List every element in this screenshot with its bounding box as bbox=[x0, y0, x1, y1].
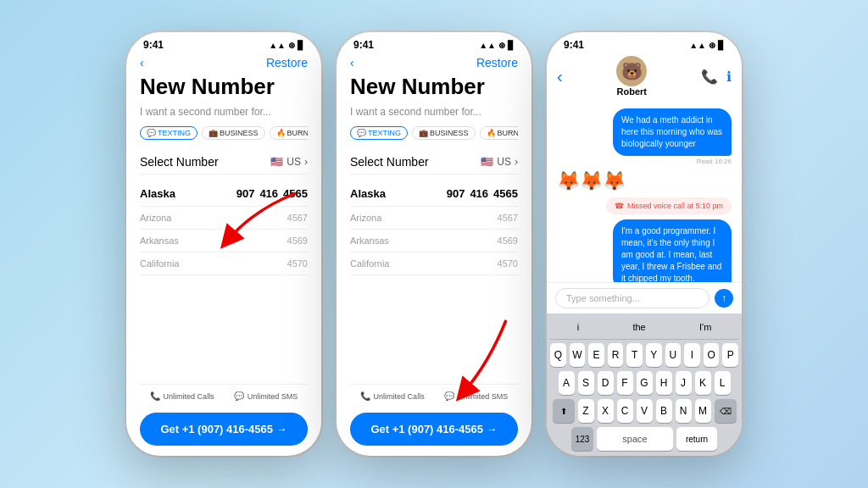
suggestion-im[interactable]: I'm bbox=[693, 320, 718, 334]
key-f[interactable]: F bbox=[617, 371, 633, 395]
chat-contact-name: Robert bbox=[617, 86, 647, 97]
select-number-label-1: Select Number bbox=[140, 155, 219, 169]
flag-icon-1: 🇺🇸 bbox=[270, 156, 283, 168]
status-time-2: 9:41 bbox=[353, 39, 374, 51]
select-region-2: 🇺🇸 US › bbox=[481, 156, 518, 168]
calls-icon-1: 📞 bbox=[150, 391, 160, 401]
feature-calls-1: 📞 Unlimited Calls bbox=[150, 391, 214, 401]
key-delete[interactable]: ⌫ bbox=[715, 399, 737, 423]
back-button-1[interactable]: ‹ bbox=[140, 56, 144, 69]
key-b[interactable]: B bbox=[656, 399, 672, 423]
status-time-1: 9:41 bbox=[143, 39, 164, 51]
key-l[interactable]: L bbox=[715, 371, 731, 395]
key-g[interactable]: G bbox=[637, 371, 653, 395]
key-z[interactable]: Z bbox=[578, 399, 594, 423]
chat-input-box[interactable]: Type something... bbox=[555, 288, 709, 308]
message-bubble-1: We had a meth addict in here this mornin… bbox=[613, 108, 732, 156]
tag-label-texting-1: TEXTING bbox=[158, 129, 191, 137]
missed-call-icon: ☎ bbox=[615, 202, 624, 210]
key-o[interactable]: O bbox=[704, 343, 720, 367]
status-bar-3: 9:41 ▲▲ ⊛ ▊ bbox=[547, 32, 742, 54]
select-number-row-1[interactable]: Select Number 🇺🇸 US › bbox=[140, 150, 308, 175]
number-row-arkansas-2[interactable]: Arkansas 4569 bbox=[350, 230, 518, 252]
suggestion-the[interactable]: the bbox=[626, 320, 652, 334]
number-row-california-1[interactable]: California 4570 bbox=[140, 252, 308, 275]
status-icons-1: ▲▲ ⊛ ▊ bbox=[269, 41, 304, 50]
key-r[interactable]: R bbox=[608, 343, 624, 367]
number-row-arkansas-1[interactable]: Arkansas 4569 bbox=[140, 230, 308, 252]
calls-label-2: Unlimited Calls bbox=[374, 392, 425, 401]
key-d[interactable]: D bbox=[598, 371, 614, 395]
key-n[interactable]: N bbox=[676, 399, 692, 423]
tag-texting-1[interactable]: 💬TEXTING bbox=[140, 126, 198, 140]
key-i[interactable]: I bbox=[684, 343, 700, 367]
key-s[interactable]: S bbox=[578, 371, 594, 395]
nav-restore-1: Restore bbox=[266, 56, 308, 69]
key-c[interactable]: C bbox=[617, 399, 633, 423]
key-y[interactable]: Y bbox=[646, 343, 662, 367]
number-row-alaska-1[interactable]: Alaska 9074164565 bbox=[140, 181, 308, 207]
state-arkansas-1: Arkansas bbox=[140, 236, 179, 246]
key-shift[interactable]: ⬆ bbox=[553, 399, 575, 423]
number-row-arizona-1[interactable]: Arizona 4567 bbox=[140, 207, 308, 230]
key-p[interactable]: P bbox=[722, 343, 738, 367]
phone-3: 9:41 ▲▲ ⊛ ▊ ‹ 🐻 Robert 📞 ℹ We had a meth… bbox=[547, 32, 742, 456]
suggestion-i[interactable]: i bbox=[570, 320, 586, 334]
chat-messages: We had a meth addict in here this mornin… bbox=[547, 103, 742, 282]
keyboard: i the I'm Q W E R T Y U I O P A S D F bbox=[547, 313, 742, 456]
key-v[interactable]: V bbox=[637, 399, 653, 423]
cta-button-2[interactable]: Get +1 (907) 416-4565 → bbox=[350, 413, 518, 446]
calls-icon-2: 📞 bbox=[360, 391, 370, 401]
key-w[interactable]: W bbox=[570, 343, 586, 367]
state-arizona-2: Arizona bbox=[350, 213, 381, 223]
key-u[interactable]: U bbox=[665, 343, 682, 367]
nums-alaska-1: 9074164565 bbox=[236, 187, 308, 200]
battery-icon-2: ▊ bbox=[508, 41, 515, 50]
number-row-california-2[interactable]: California 4570 bbox=[350, 252, 518, 275]
subtitle-1: I want a second number for... bbox=[140, 106, 308, 118]
state-california-1: California bbox=[140, 258, 179, 269]
cta-button-1[interactable]: Get +1 (907) 416-4565 → bbox=[140, 413, 308, 446]
key-j[interactable]: J bbox=[676, 371, 692, 395]
key-123[interactable]: 123 bbox=[571, 427, 593, 451]
subtitle-2: I want a second number for... bbox=[350, 106, 518, 118]
signal-icon-3: ▲▲ bbox=[689, 41, 706, 50]
tag-texting-2[interactable]: 💬TEXTING bbox=[350, 126, 408, 140]
tag-burner-2[interactable]: 🔥BURNER NUMBER bbox=[480, 126, 518, 140]
key-h[interactable]: H bbox=[656, 371, 672, 395]
tag-label-business-1: BUSINESS bbox=[220, 129, 259, 137]
key-t[interactable]: T bbox=[626, 343, 643, 367]
key-a[interactable]: A bbox=[559, 371, 575, 395]
number-row-arizona-2[interactable]: Arizona 4567 bbox=[350, 207, 518, 230]
key-x[interactable]: X bbox=[598, 399, 614, 423]
keyboard-rows: Q W E R T Y U I O P A S D F G H J K L bbox=[550, 343, 738, 451]
select-number-label-2: Select Number bbox=[350, 155, 429, 169]
number-row-alaska-2[interactable]: Alaska 9074164565 bbox=[350, 181, 518, 207]
tag-business-2[interactable]: 💼BUSINESS bbox=[412, 126, 476, 140]
flag-icon-2: 🇺🇸 bbox=[481, 156, 493, 168]
state-california-2: California bbox=[350, 258, 389, 269]
phone-call-icon[interactable]: 📞 bbox=[701, 69, 718, 85]
key-return[interactable]: return bbox=[676, 427, 717, 451]
back-button-2[interactable]: ‹ bbox=[350, 56, 354, 69]
info-icon[interactable]: ℹ bbox=[726, 69, 732, 85]
key-k[interactable]: K bbox=[695, 371, 711, 395]
tag-burner-1[interactable]: 🔥BURNER NUMBER bbox=[270, 126, 308, 140]
chat-contact-info[interactable]: 🐻 Robert bbox=[616, 56, 647, 97]
feature-calls-2: 📞 Unlimited Calls bbox=[360, 391, 425, 401]
status-icons-3: ▲▲ ⊛ ▊ bbox=[689, 41, 725, 50]
keyboard-suggestions: i the I'm bbox=[550, 317, 738, 340]
key-space[interactable]: space bbox=[597, 427, 673, 451]
key-m[interactable]: M bbox=[695, 399, 711, 423]
key-e[interactable]: E bbox=[588, 343, 604, 367]
battery-icon: ▊ bbox=[298, 41, 304, 50]
select-number-row-2[interactable]: Select Number 🇺🇸 US › bbox=[350, 150, 518, 175]
phone-1: 9:41 ▲▲ ⊛ ▊ ‹ Restore New Number I want … bbox=[126, 32, 321, 456]
tag-business-1[interactable]: 💼BUSINESS bbox=[202, 126, 265, 140]
tags-row-2: 💬TEXTING 💼BUSINESS 🔥BURNER NUMBER bbox=[350, 126, 518, 140]
features-row-2: 📞 Unlimited Calls 💬 Unlimited SMS bbox=[350, 384, 518, 408]
send-button[interactable]: ↑ bbox=[715, 289, 733, 308]
key-q[interactable]: Q bbox=[550, 343, 566, 367]
chat-back-button[interactable]: ‹ bbox=[557, 67, 563, 86]
screen-content-2: New Number I want a second number for...… bbox=[337, 75, 531, 456]
